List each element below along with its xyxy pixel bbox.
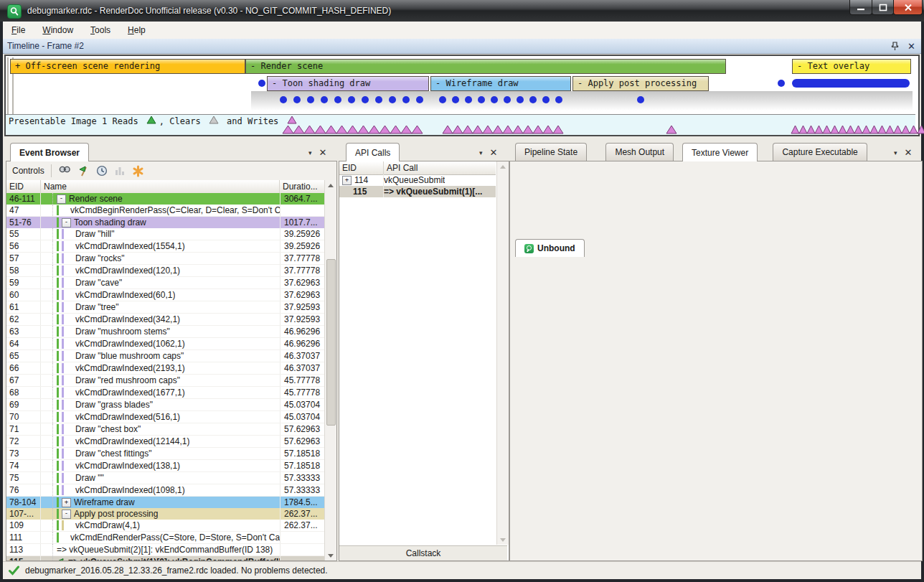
table-row[interactable]: 69Draw "grass blades"45.03704: [6, 399, 324, 411]
table-row[interactable]: 78-104+Wireframe draw1784.5...: [6, 497, 324, 508]
table-row[interactable]: 65Draw "blue mushroom caps"46.37037: [6, 350, 324, 362]
close-icon[interactable]: ✕: [905, 147, 913, 158]
table-row[interactable]: 57Draw "rocks"37.77778: [6, 253, 324, 265]
event-dot[interactable]: [465, 96, 472, 103]
table-row[interactable]: 70vkCmdDrawIndexed(516,1)45.03704: [6, 411, 324, 423]
table-row[interactable]: 51-76-Toon shading draw1017.7...: [6, 217, 324, 228]
event-dot[interactable]: [637, 96, 644, 103]
timeline-marker-bar[interactable]: - Apply post processing: [572, 76, 709, 91]
table-row[interactable]: 67Draw "red mushroom caps"45.77778: [6, 375, 324, 387]
close-button[interactable]: [893, 0, 923, 15]
table-row[interactable]: 113=> vkQueueSubmit(2)[1]: vkEndCommandB…: [6, 544, 324, 556]
stats-icon[interactable]: [114, 165, 126, 177]
event-table-header[interactable]: EID Name Duratio...: [6, 180, 324, 194]
table-row[interactable]: 62vkCmdDrawIndexed(342,1)37.92593: [6, 314, 324, 326]
table-row[interactable]: 107-...-Apply post processing262.37...: [6, 508, 324, 520]
event-dot[interactable]: [348, 96, 355, 103]
event-dot[interactable]: [321, 96, 328, 103]
table-row[interactable]: 58vkCmdDrawIndexed(120,1)37.77778: [6, 265, 324, 277]
table-row[interactable]: 59Draw "cave"37.62963: [6, 277, 324, 289]
api-table-header[interactable]: EID API Call: [339, 161, 496, 175]
dense-events-pill[interactable]: [792, 79, 910, 88]
tab-capture-executable[interactable]: Capture Executable: [773, 143, 867, 161]
table-row[interactable]: 55Draw "hill"39.25926: [6, 228, 324, 240]
panel-menu-icon[interactable]: ▾: [308, 149, 312, 156]
event-dot[interactable]: [389, 96, 396, 103]
event-dot[interactable]: [258, 80, 265, 87]
tab-pipeline-state[interactable]: Pipeline State: [515, 143, 587, 161]
menu-item-tools[interactable]: Tools: [82, 22, 119, 38]
table-row[interactable]: 75Draw ""57.33333: [6, 472, 324, 484]
event-dot[interactable]: [504, 96, 511, 103]
scrollbar-thumb[interactable]: [326, 259, 336, 426]
table-row[interactable]: 47vkCmdBeginRenderPass(C=Clear, D=Clear,…: [6, 205, 324, 217]
menu-item-file[interactable]: File: [3, 22, 34, 38]
timeline-marker-bar[interactable]: - Toon shading draw: [267, 76, 429, 91]
table-row[interactable]: +114vkQueueSubmit: [339, 174, 496, 186]
timeline-marker-bar[interactable]: - Wireframe draw: [430, 76, 571, 91]
panel-menu-icon[interactable]: ▾: [479, 149, 483, 156]
collapse-icon[interactable]: -: [62, 218, 71, 227]
tab-mesh-output[interactable]: Mesh Output: [605, 143, 674, 161]
event-dot[interactable]: [529, 96, 537, 103]
table-row[interactable]: 71Draw "chest box"57.62963: [6, 423, 324, 436]
event-dot[interactable]: [362, 96, 369, 103]
timeline-marker-bar[interactable]: + Off-screen scene rendering: [10, 59, 245, 74]
close-icon[interactable]: ✕: [908, 41, 915, 52]
timeline-panel-header[interactable]: Timeline - Frame #2 ✕: [3, 39, 921, 54]
event-dot[interactable]: [334, 96, 341, 103]
event-dot[interactable]: [491, 96, 498, 103]
menu-item-window[interactable]: Window: [34, 22, 82, 38]
timeline-marker-bar[interactable]: - Text overlay: [792, 59, 911, 74]
expand-icon[interactable]: +: [342, 176, 352, 185]
event-dot[interactable]: [416, 96, 423, 103]
table-row[interactable]: 74vkCmdDrawIndexed(138,1)57.18518: [6, 460, 324, 472]
table-row[interactable]: 66vkCmdDrawIndexed(2193,1)46.37037: [6, 362, 324, 375]
event-browser-scrollbar[interactable]: [324, 180, 336, 560]
bookmark-flag-icon[interactable]: [77, 165, 90, 177]
panel-menu-icon[interactable]: ▾: [894, 149, 897, 156]
table-row[interactable]: 76vkCmdDrawIndexed(1098,1)57.33333: [6, 484, 324, 497]
table-row[interactable]: 61Draw "tree"37.92593: [6, 301, 324, 314]
table-row[interactable]: 46-111-Render scene3064.7...: [6, 193, 324, 205]
tab-api-calls[interactable]: API Calls: [346, 143, 400, 161]
collapse-icon[interactable]: -: [57, 194, 66, 204]
title-bar[interactable]: debugmarker.rdc - RenderDoc Unofficial r…: [0, 0, 924, 22]
api-calls-scrollbar[interactable]: [496, 161, 509, 545]
pin-icon[interactable]: [891, 42, 899, 51]
event-dot[interactable]: [307, 96, 314, 103]
bookmark-star-icon[interactable]: [132, 165, 144, 177]
table-row[interactable]: 64vkCmdDrawIndexed(1062,1)46.96296: [6, 338, 324, 350]
maximize-button[interactable]: [872, 0, 894, 15]
event-dot[interactable]: [542, 96, 550, 103]
event-dot[interactable]: [778, 80, 785, 87]
collapse-icon[interactable]: -: [62, 510, 71, 519]
table-row[interactable]: 73Draw "chest fittings"57.18518: [6, 448, 324, 460]
table-row[interactable]: 115=> vkQueueSubmit(1)[...: [339, 186, 496, 197]
clock-icon[interactable]: [96, 165, 108, 177]
find-icon[interactable]: [58, 165, 71, 177]
event-dot[interactable]: [439, 96, 446, 103]
minimize-button[interactable]: [849, 0, 872, 15]
table-row[interactable]: 115=> vkQueueSubmit(1)[0]: vkBeginComman…: [6, 556, 324, 560]
event-dot[interactable]: [293, 96, 301, 103]
event-dot[interactable]: [402, 96, 410, 103]
event-dot[interactable]: [517, 96, 524, 103]
event-dot[interactable]: [375, 96, 382, 103]
table-row[interactable]: 60vkCmdDrawIndexed(60,1)37.62963: [6, 289, 324, 301]
event-dot[interactable]: [478, 96, 485, 103]
event-dot[interactable]: [555, 96, 562, 103]
tab-event-browser[interactable]: Event Browser: [10, 143, 89, 161]
close-icon[interactable]: ✕: [319, 147, 327, 158]
table-row[interactable]: 72vkCmdDrawIndexed(12144,1)57.62963: [6, 436, 324, 448]
table-row[interactable]: 63Draw "mushroom stems"46.96296: [6, 326, 324, 338]
table-row[interactable]: 109vkCmdDraw(4,1)262.37...: [6, 520, 324, 532]
tab-unbound-texture[interactable]: Unbound: [515, 239, 585, 257]
table-row[interactable]: 56vkCmdDrawIndexed(1554,1)39.25926: [6, 240, 324, 253]
close-icon[interactable]: ✕: [490, 147, 498, 158]
event-dot[interactable]: [452, 96, 459, 103]
menu-item-help[interactable]: Help: [119, 22, 154, 38]
table-row[interactable]: 111vkCmdEndRenderPass(C=Store, D=Store, …: [6, 532, 324, 544]
tab-texture-viewer[interactable]: Texture Viewer: [682, 143, 758, 161]
timeline-marker-bar[interactable]: - Render scene: [245, 59, 726, 74]
